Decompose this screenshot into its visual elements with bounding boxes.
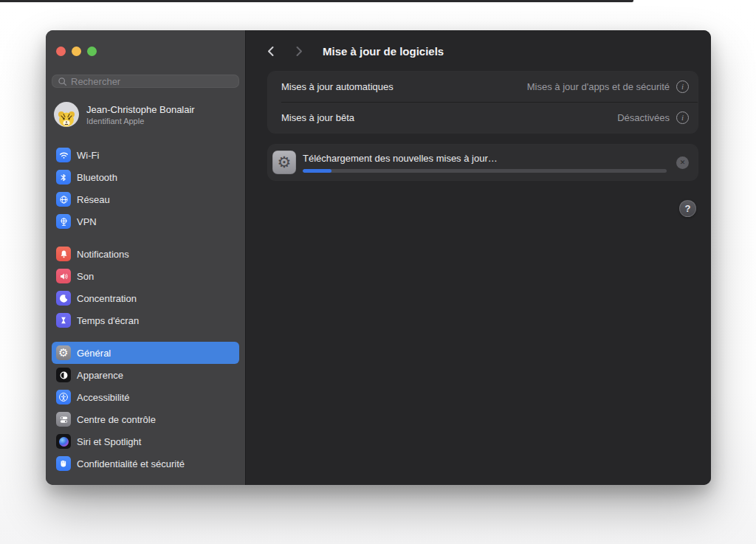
row-label: Mises à jour automatiques — [281, 81, 394, 92]
settings-scroll-area: Mises à jour automatiques Mises à jour d… — [246, 72, 711, 485]
search-input[interactable] — [71, 76, 233, 87]
sidebar-item-wifi[interactable]: Wi-Fi — [52, 144, 239, 166]
hourglass-icon — [56, 313, 71, 328]
fullscreen-window-button[interactable] — [87, 47, 97, 56]
sidebar-item-reseau[interactable]: Réseau — [52, 188, 239, 210]
profile-text: Jean-Christophe Bonalair Identifiant App… — [86, 104, 195, 125]
sidebar-item-label: Bluetooth — [77, 172, 117, 183]
bell-icon — [56, 247, 71, 261]
contrast-icon — [56, 368, 71, 382]
screenshot-edge-artifact — [0, 0, 633, 2]
profile-subtitle: Identifiant Apple — [86, 117, 195, 125]
sidebar-item-accessibilite[interactable]: Accessibilité — [52, 386, 239, 408]
sidebar-item-label: Réseau — [77, 194, 110, 205]
sidebar-item-general[interactable]: Général — [52, 342, 239, 364]
sidebar-item-label: Général — [77, 348, 111, 359]
sidebar-item-label: Concentration — [77, 293, 137, 304]
sidebar-item-label: Siri et Spotlight — [77, 436, 141, 447]
row-value: Mises à jour d'apps et de sécurité — [527, 81, 670, 92]
close-window-button[interactable] — [56, 47, 66, 56]
content-header: Mise à jour de logiciels — [246, 30, 711, 72]
sidebar-item-label: Centre de contrôle — [77, 414, 156, 425]
sidebar-item-siri-spotlight[interactable]: Siri et Spotlight — [52, 430, 239, 452]
profile-name: Jean-Christophe Bonalair — [86, 104, 195, 115]
back-button[interactable] — [261, 42, 280, 60]
sidebar-item-label: Wi-Fi — [77, 150, 99, 161]
sidebar-group-system: Général Apparence Accessibilité — [52, 342, 239, 475]
row-label: Mises à jour bêta — [281, 112, 354, 123]
speaker-icon — [56, 269, 71, 283]
sidebar-item-label: Temps d'écran — [77, 315, 139, 326]
sidebar-item-notifications[interactable]: Notifications — [52, 243, 239, 265]
sidebar-item-temps-ecran[interactable]: Temps d'écran — [52, 309, 239, 331]
sidebar-item-centre-controle[interactable]: Centre de contrôle — [52, 408, 239, 430]
sidebar-item-bluetooth[interactable]: Bluetooth — [52, 166, 239, 188]
sidebar-item-label: Son — [77, 271, 94, 282]
software-update-gear-icon — [272, 151, 296, 174]
row-mises-a-jour-beta[interactable]: Mises à jour bêta Désactivées — [268, 103, 698, 133]
siri-icon — [56, 434, 71, 449]
row-mises-a-jour-automatiques[interactable]: Mises à jour automatiques Mises à jour d… — [268, 72, 698, 102]
sidebar-item-label: Accessibilité — [77, 392, 130, 403]
system-settings-window: Jean-Christophe Bonalair Identifiant App… — [46, 30, 711, 485]
wifi-icon — [56, 148, 71, 162]
search-icon — [58, 77, 67, 86]
row-value: Désactivées — [617, 112, 670, 123]
sidebar-nav: Wi-Fi Bluetooth Réseau — [52, 144, 239, 485]
vpn-icon — [56, 214, 71, 229]
minimize-window-button[interactable] — [72, 47, 81, 56]
sidebar-item-vpn[interactable]: VPN — [52, 210, 239, 233]
search-field[interactable] — [52, 75, 239, 88]
sidebar-item-label: Notifications — [77, 249, 129, 260]
forward-button[interactable] — [289, 42, 309, 60]
gear-icon — [56, 345, 71, 360]
page-title: Mise à jour de logiciels — [323, 45, 444, 58]
toggles-icon — [56, 412, 71, 427]
download-progress-card: Téléchargement des nouvelles mises à jou… — [268, 145, 698, 180]
accessibility-icon — [56, 390, 71, 404]
sidebar-item-confidentialite[interactable]: Confidentialité et sécurité — [52, 452, 239, 475]
hand-icon — [56, 456, 71, 471]
bluetooth-icon — [56, 170, 71, 185]
profile-row[interactable]: Jean-Christophe Bonalair Identifiant App… — [52, 102, 239, 127]
sidebar-group-network: Wi-Fi Bluetooth Réseau — [52, 144, 239, 233]
sidebar-item-label: Confidentialité et sécurité — [77, 458, 185, 469]
sidebar-item-concentration[interactable]: Concentration — [52, 287, 239, 309]
info-icon[interactable] — [676, 80, 689, 93]
download-status: Téléchargement des nouvelles mises à jou… — [303, 153, 667, 173]
progress-bar — [303, 169, 667, 173]
sidebar-group-alerts: Notifications Son Concentration — [52, 243, 239, 331]
help-button[interactable]: ? — [679, 200, 696, 217]
avatar — [54, 102, 79, 127]
content-pane: Mise à jour de logiciels Mises à jour au… — [246, 30, 711, 485]
globe-icon — [56, 192, 71, 207]
window-controls — [56, 47, 239, 56]
sidebar-item-label: Apparence — [77, 370, 123, 381]
sidebar-item-label: VPN — [77, 216, 97, 227]
sidebar-item-son[interactable]: Son — [52, 265, 239, 287]
sidebar-item-apparence[interactable]: Apparence — [52, 364, 239, 386]
cancel-download-button[interactable] — [676, 156, 689, 169]
sidebar: Jean-Christophe Bonalair Identifiant App… — [46, 30, 246, 485]
updates-settings-card: Mises à jour automatiques Mises à jour d… — [268, 72, 698, 133]
download-label: Téléchargement des nouvelles mises à jou… — [303, 153, 667, 164]
progress-fill — [303, 169, 331, 173]
moon-icon — [56, 291, 71, 306]
info-icon[interactable] — [676, 111, 689, 124]
